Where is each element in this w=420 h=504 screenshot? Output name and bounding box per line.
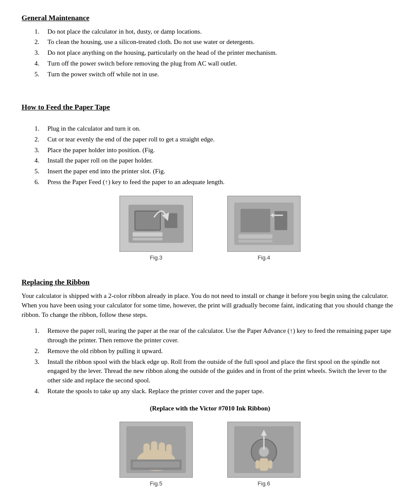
list-number: 5. bbox=[22, 70, 47, 79]
replacing-ribbon-heading: Replacing the Ribbon bbox=[22, 277, 398, 288]
fig-row-3-4: Fig.3 Fig.4 bbox=[22, 196, 398, 262]
list-item: 2. Remove the old ribbon by pulling it u… bbox=[22, 347, 398, 356]
list-text: Plug in the calculator and turn it on. bbox=[47, 124, 398, 134]
list-number: 2. bbox=[22, 347, 47, 356]
replacing-ribbon-list: 1. Remove the paper roll, tearing the pa… bbox=[22, 326, 398, 396]
general-maintenance-heading: General Maintenance bbox=[22, 13, 398, 24]
list-number: 2. bbox=[22, 135, 47, 144]
svg-rect-14 bbox=[238, 240, 273, 242]
fig4-container: Fig.4 bbox=[227, 196, 301, 262]
list-text: Cut or tear evenly the end of the paper … bbox=[47, 135, 398, 144]
list-item: 1. Remove the paper roll, tearing the pa… bbox=[22, 326, 398, 345]
fig5-image bbox=[119, 422, 193, 478]
list-item: 6. Press the Paper Feed (↑) key to feed … bbox=[22, 178, 398, 187]
list-number: 3. bbox=[22, 357, 47, 385]
fig6-container: Fig.6 bbox=[227, 422, 301, 488]
list-number: 5. bbox=[22, 167, 47, 176]
list-number: 2. bbox=[22, 38, 47, 47]
fig4-label: Fig.4 bbox=[258, 254, 270, 262]
svg-rect-13 bbox=[238, 234, 273, 238]
list-number: 4. bbox=[22, 156, 47, 166]
svg-rect-10 bbox=[275, 211, 288, 230]
fig6-image bbox=[227, 422, 301, 478]
general-maintenance-list: 1. Do not place the calculator in hot, d… bbox=[22, 27, 398, 79]
list-text: Place the paper holder into position. (F… bbox=[47, 146, 398, 155]
list-text: Do not place anything on the housing, pa… bbox=[47, 48, 398, 58]
list-number: 1. bbox=[22, 326, 47, 345]
svg-rect-23 bbox=[133, 462, 179, 468]
list-text: Install the ribbon spool with the black … bbox=[47, 357, 398, 385]
list-text: Do not place the calculator in hot, dust… bbox=[47, 27, 398, 37]
list-text: Insert the paper end into the printer sl… bbox=[47, 167, 398, 176]
list-item: 1. Plug in the calculator and turn it on… bbox=[22, 124, 398, 134]
list-text: Remove the paper roll, tearing the paper… bbox=[47, 326, 398, 345]
feed-paper-heading: How to Feed the Paper Tape bbox=[22, 102, 398, 113]
list-item: 4. Rotate the spools to take up any slac… bbox=[22, 387, 398, 396]
list-item: 4. Install the paper roll on the paper h… bbox=[22, 156, 398, 166]
fig3-image bbox=[119, 196, 193, 252]
svg-rect-32 bbox=[268, 460, 273, 469]
list-item: 3. Do not place anything on the housing,… bbox=[22, 48, 398, 58]
svg-rect-20 bbox=[159, 443, 165, 463]
list-number: 3. bbox=[22, 146, 47, 155]
list-text: Turn off the power switch before removin… bbox=[47, 59, 398, 69]
feed-paper-list: 1. Plug in the calculator and turn it on… bbox=[22, 124, 398, 187]
general-maintenance-section: General Maintenance 1. Do not place the … bbox=[22, 13, 398, 79]
list-item: 1. Do not place the calculator in hot, d… bbox=[22, 27, 398, 37]
list-text: To clean the housing, use a silicon-trea… bbox=[47, 38, 398, 47]
list-item: 5. Turn the power switch off while not i… bbox=[22, 70, 398, 79]
list-text: Rotate the spools to take up any slack. … bbox=[47, 387, 398, 396]
svg-rect-6 bbox=[133, 238, 163, 240]
fig5-label: Fig.5 bbox=[150, 480, 163, 488]
fig6-label: Fig.6 bbox=[258, 480, 270, 488]
svg-rect-21 bbox=[166, 444, 172, 462]
feed-paper-section: How to Feed the Paper Tape 1. Plug in th… bbox=[22, 102, 398, 262]
svg-rect-9 bbox=[241, 209, 270, 232]
list-number: 1. bbox=[22, 124, 47, 134]
list-item: 3. Install the ribbon spool with the bla… bbox=[22, 357, 398, 385]
replacing-ribbon-intro: Your calculator is shipped with a 2-colo… bbox=[22, 291, 398, 319]
svg-rect-31 bbox=[255, 460, 260, 469]
svg-rect-30 bbox=[260, 458, 268, 471]
svg-rect-5 bbox=[133, 232, 163, 236]
replacing-ribbon-section: Replacing the Ribbon Your calculator is … bbox=[22, 277, 398, 488]
svg-rect-19 bbox=[151, 441, 157, 463]
list-item: 2. To clean the housing, use a silicon-t… bbox=[22, 38, 398, 47]
list-text: Press the Paper Feed (↑) key to feed the… bbox=[47, 178, 398, 187]
list-item: 4. Turn off the power switch before remo… bbox=[22, 59, 398, 69]
list-number: 4. bbox=[22, 59, 47, 69]
list-number: 6. bbox=[22, 178, 47, 187]
fig4-image bbox=[227, 196, 301, 252]
list-text: Install the paper roll on the paper hold… bbox=[47, 156, 398, 166]
list-item: 2. Cut or tear evenly the end of the pap… bbox=[22, 135, 398, 144]
list-number: 1. bbox=[22, 27, 47, 37]
list-text: Turn the power switch off while not in u… bbox=[47, 70, 398, 79]
list-item: 5. Insert the paper end into the printer… bbox=[22, 167, 398, 176]
fig3-label: Fig.3 bbox=[150, 254, 163, 262]
fig5-container: Fig.5 bbox=[119, 422, 193, 488]
replace-note: (Replace with the Victor #7010 Ink Ribbo… bbox=[22, 404, 398, 413]
fig3-container: Fig.3 bbox=[119, 196, 193, 262]
list-number: 3. bbox=[22, 48, 47, 58]
list-item: 3. Place the paper holder into position.… bbox=[22, 146, 398, 155]
list-number: 4. bbox=[22, 387, 47, 396]
fig-row-5-6: Fig.5 Fig.6 bbox=[22, 422, 398, 488]
list-text: Remove the old ribbon by pulling it upwa… bbox=[47, 347, 398, 356]
